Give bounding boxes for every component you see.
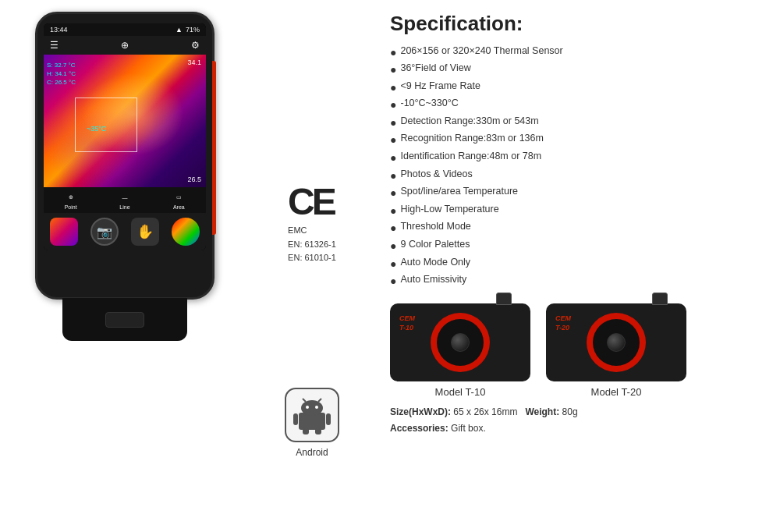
usb-plug — [496, 293, 512, 305]
status-time: 13:44 — [50, 26, 68, 34]
phone-device: 13:44 ▲ 71% ☰ ⊕ ⚙ S: 32.7 °C — [35, 12, 214, 300]
accessories-label: Accessories: — [390, 423, 448, 434]
spec-item: ●Recognition Range:83m or 136m — [390, 132, 764, 150]
device-box: CEM T-10 — [390, 303, 530, 381]
spec-item: ●High-Low Temperature — [390, 202, 764, 220]
spec-text: 206×156 or 320×240 Thermal Sensor — [400, 45, 562, 61]
svg-line-4 — [303, 399, 306, 402]
svg-point-2 — [306, 406, 309, 409]
spec-bullet: ● — [390, 115, 396, 131]
model-item: CEM T-10 Model T-10 — [390, 303, 530, 398]
spec-item: ●Threshold Mode — [390, 220, 764, 238]
svg-rect-8 — [303, 428, 309, 434]
spec-bullet: ● — [390, 80, 396, 96]
thermal-image-view: S: 32.7 °C H: 34.1 °C C: 26.5 °C 34.1 ~3… — [44, 55, 206, 187]
spec-bullet: ● — [390, 186, 396, 201]
hand-icon: ✋ — [136, 223, 154, 240]
spec-text: Auto Emissivity — [400, 274, 466, 289]
dock-connector — [105, 312, 144, 328]
action-buttons-bar: 📷 ✋ — [44, 213, 206, 250]
spec-text: 9 Color Palettes — [400, 239, 470, 254]
android-icon-wrapper — [285, 388, 339, 442]
measure-area-btn[interactable]: ▭ Area — [172, 192, 186, 210]
weight-value: 80g — [562, 406, 578, 417]
phone-toolbar: ☰ ⊕ ⚙ — [44, 36, 206, 55]
android-label: Android — [296, 447, 328, 458]
spec-text: Detection Range:330m or 543m — [400, 115, 538, 131]
model-name: Model T-20 — [591, 386, 642, 398]
model-name: Model T-10 — [435, 386, 486, 398]
spec-bullet: ● — [390, 204, 396, 219]
ce-en1: EN: 61326-1 — [288, 238, 336, 252]
temp-s: S: 32.7 °C — [47, 61, 76, 69]
measure-line-btn[interactable]: — Line — [118, 192, 132, 210]
spec-item: ●<9 Hz Frame Rate — [390, 79, 764, 97]
android-block: Android — [285, 388, 339, 458]
spec-bullet: ● — [390, 133, 396, 148]
thermal-side-temps: S: 32.7 °C H: 34.1 °C C: 26.5 °C — [47, 61, 76, 87]
area-icon: ▭ — [172, 192, 186, 203]
size-label: Size(HxWxD): — [390, 406, 451, 417]
spec-text: -10°C~330°C — [400, 98, 458, 113]
thermal-temp-top: 34.1 — [187, 59, 201, 66]
spec-bullet: ● — [390, 221, 396, 236]
phone-status-bar: 13:44 ▲ 71% — [44, 23, 206, 36]
spec-text: Recognition Range:83m or 136m — [400, 133, 543, 148]
spec-item: ●Auto Mode Only — [390, 255, 764, 273]
menu-icon[interactable]: ☰ — [50, 40, 58, 51]
spec-text: Spot/line/area Temperature — [400, 186, 518, 201]
spec-item: ●36°Field of View — [390, 62, 764, 80]
weight-label: Weight: — [525, 406, 559, 417]
crosshair-icon[interactable]: ⊕ — [121, 40, 129, 51]
spec-bullet: ● — [390, 257, 396, 272]
spec-text: High-Low Temperature — [400, 204, 498, 219]
dark-ring — [437, 319, 484, 366]
spec-text: Auto Mode Only — [400, 257, 470, 272]
ce-text-block: EMC EN: 61326-1 EN: 61010-1 — [288, 224, 336, 265]
spec-item: ●Auto Emissivity — [390, 273, 764, 291]
spec-item: ●Detection Range:330m or 543m — [390, 114, 764, 132]
red-ring — [431, 313, 490, 372]
svg-point-1 — [301, 400, 323, 416]
measure-point-btn[interactable]: ⊕ Point — [64, 192, 78, 210]
accessories-value: Gift box. — [451, 423, 486, 434]
phone-screen: 13:44 ▲ 71% ☰ ⊕ ⚙ S: 32.7 °C — [44, 23, 206, 250]
middle-column: CE EMC EN: 61326-1 EN: 61010-1 — [234, 12, 382, 520]
camera-capture-button[interactable]: 📷 — [90, 218, 119, 246]
bottom-specs: Size(HxWxD): 65 x 26x 16mm Weight: 80g A… — [390, 404, 764, 436]
models-row: CEM T-10 Model T-10 CEM T-20 — [390, 303, 764, 398]
android-robot-icon — [292, 395, 332, 434]
spec-text: 36°Field of View — [400, 62, 470, 78]
spec-item: ●Spot/line/area Temperature — [390, 185, 764, 203]
measure-buttons-bar: ⊕ Point — Line ▭ Area — [44, 187, 206, 213]
palette-button[interactable] — [172, 218, 200, 246]
sliders-icon[interactable]: ⚙ — [191, 40, 200, 51]
spec-bullet: ● — [390, 151, 396, 166]
spec-bullet: ● — [390, 62, 396, 78]
camera-lens — [607, 333, 626, 352]
model-item: CEM T-20 Model T-20 — [546, 303, 686, 398]
cem-label: CEM T-10 — [399, 314, 415, 332]
hand-tool-button[interactable]: ✋ — [131, 218, 159, 246]
size-line: Size(HxWxD): 65 x 26x 16mm Weight: 80g — [390, 404, 764, 420]
measure-line-label: Line — [119, 204, 129, 210]
spec-bullet: ● — [390, 168, 396, 184]
size-value: 65 x 26x 16mm — [453, 406, 517, 417]
ce-symbol: CE — [288, 183, 334, 221]
dark-ring — [593, 319, 640, 366]
phone-column: 13:44 ▲ 71% ☰ ⊕ ⚙ S: 32.7 °C — [16, 12, 234, 520]
svg-line-5 — [318, 399, 321, 402]
thermal-mode-button[interactable] — [50, 218, 78, 246]
spec-item: ●Identification Range:48m or 78m — [390, 150, 764, 168]
measure-point-label: Point — [65, 204, 77, 210]
spec-text: Photos & Videos — [400, 168, 472, 184]
spec-bullet: ● — [390, 239, 396, 254]
page-container: 13:44 ▲ 71% ☰ ⊕ ⚙ S: 32.7 °C — [0, 0, 780, 532]
spec-list: ●206×156 or 320×240 Thermal Sensor●36°Fi… — [390, 44, 764, 290]
status-battery: 71% — [186, 26, 200, 34]
ce-mark-block: CE EMC EN: 61326-1 EN: 61010-1 — [288, 183, 336, 265]
ce-emc: EMC — [288, 224, 336, 238]
usb-plug — [652, 293, 668, 305]
temp-c: C: 26.5 °C — [47, 78, 76, 87]
spec-bullet: ● — [390, 274, 396, 289]
